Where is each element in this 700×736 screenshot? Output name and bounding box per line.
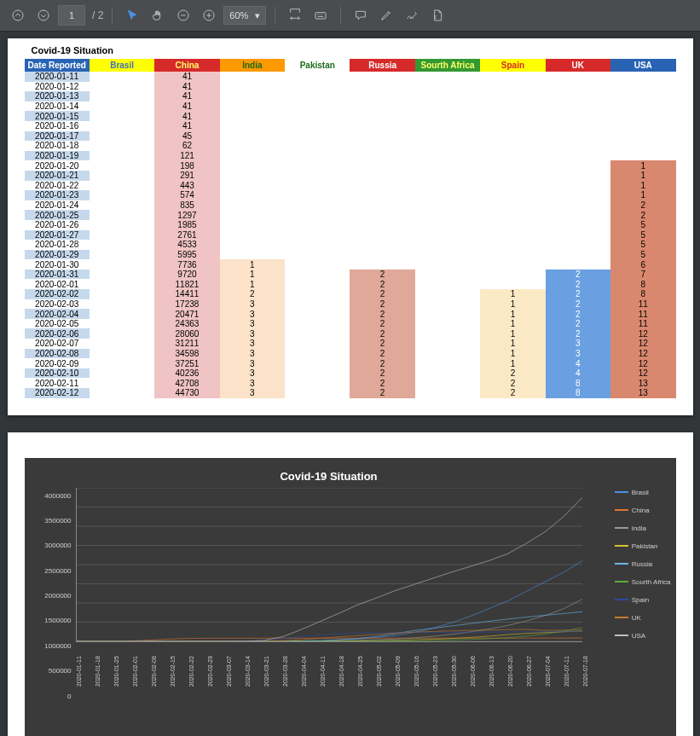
zoom-select[interactable]: 60%▾ bbox=[223, 6, 266, 25]
table-row: 2020-02-0834598321312 bbox=[25, 349, 676, 359]
col-china: China bbox=[154, 59, 219, 72]
data-table: Date ReportedBrasilChinaIndiaPakistanRus… bbox=[25, 59, 676, 398]
col-brasil: Brasil bbox=[90, 59, 154, 72]
document-viewer[interactable]: Covid-19 Situation Date ReportedBrasilCh… bbox=[0, 32, 700, 736]
table-row: 2020-01-2619855 bbox=[25, 220, 676, 230]
table-row: 2020-01-1241 bbox=[25, 82, 676, 92]
keyboard-button[interactable] bbox=[310, 4, 332, 26]
page-count: / 2 bbox=[92, 9, 103, 21]
table-row: 2020-01-2845335 bbox=[25, 240, 676, 250]
table-row: 2020-01-2512972 bbox=[25, 210, 676, 220]
legend: BrasilChinaIndiaPakistanRussiaSourth Afr… bbox=[615, 489, 671, 640]
col-sa: Sourth Africa bbox=[415, 59, 480, 72]
pdf-toolbar: / 2 60%▾ bbox=[0, 0, 700, 32]
chevron-down-icon: ▾ bbox=[255, 10, 260, 21]
table-row: 2020-01-1341 bbox=[25, 91, 676, 101]
table-row: 2020-02-1142708322813 bbox=[25, 378, 676, 388]
comment-button[interactable] bbox=[350, 4, 372, 26]
table-row: 2020-01-3197201227 bbox=[25, 269, 676, 280]
col-spain: Spain bbox=[480, 59, 545, 72]
page-up-button[interactable] bbox=[7, 4, 29, 26]
table-row: 2020-02-1040236322412 bbox=[25, 368, 676, 379]
table-row: 2020-02-01118211228 bbox=[25, 279, 676, 289]
table-row: 2020-01-1641 bbox=[25, 121, 676, 131]
table-row: 2020-01-1745 bbox=[25, 131, 676, 142]
col-russia: Russia bbox=[350, 59, 414, 72]
page-number-input[interactable] bbox=[58, 5, 85, 26]
svg-point-0 bbox=[13, 10, 23, 20]
hand-tool-button[interactable] bbox=[147, 4, 169, 26]
doc-title: Covid-19 Situation bbox=[32, 45, 676, 55]
table-row: 2020-01-248352 bbox=[25, 200, 676, 211]
table-row: 2020-01-1441 bbox=[25, 101, 676, 112]
table-row: 2020-02-0317238321211 bbox=[25, 299, 676, 310]
fit-width-button[interactable] bbox=[284, 4, 306, 26]
y-axis: 4000000350000030000002500000200000015000… bbox=[33, 492, 72, 700]
sign-button[interactable] bbox=[401, 4, 423, 26]
table-row: 2020-02-0937251321412 bbox=[25, 358, 676, 368]
plot-area bbox=[76, 488, 582, 642]
page-down-button[interactable] bbox=[32, 4, 55, 26]
table-row: 2020-02-0524363321211 bbox=[25, 319, 676, 329]
col-uk: UK bbox=[546, 59, 610, 72]
chart-title: Covid-19 Situation bbox=[76, 470, 582, 483]
select-tool-button[interactable] bbox=[121, 4, 143, 26]
more-tools-button[interactable] bbox=[426, 4, 448, 26]
table-row: 2020-01-1141 bbox=[25, 72, 676, 82]
table-row: 2020-02-021441122128 bbox=[25, 289, 676, 299]
table-row: 2020-01-212911 bbox=[25, 171, 676, 181]
page-1: Covid-19 Situation Date ReportedBrasilCh… bbox=[8, 38, 693, 415]
table-row: 2020-01-201981 bbox=[25, 160, 676, 171]
table-row: 2020-02-0628060321212 bbox=[25, 328, 676, 339]
page-2: Covid-19 Situation 400000035000003000000… bbox=[8, 432, 693, 736]
table-row: 2020-01-30773616 bbox=[25, 259, 676, 269]
svg-rect-4 bbox=[315, 13, 326, 19]
zoom-in-button[interactable] bbox=[198, 4, 220, 26]
col-usa: USA bbox=[610, 59, 675, 72]
table-row: 2020-02-1244730322813 bbox=[25, 388, 676, 398]
table-row: 2020-01-224431 bbox=[25, 181, 676, 191]
table-row: 2020-01-235741 bbox=[25, 190, 676, 200]
table-row: 2020-01-2959955 bbox=[25, 250, 676, 260]
table-row: 2020-01-2727615 bbox=[25, 230, 676, 241]
table-row: 2020-01-1541 bbox=[25, 111, 676, 121]
highlight-button[interactable] bbox=[375, 4, 397, 26]
table-row: 2020-01-1862 bbox=[25, 141, 676, 151]
x-axis: 2020-01-112020-01-182020-01-252020-02-01… bbox=[76, 658, 582, 736]
table-row: 2020-02-0420471321211 bbox=[25, 309, 676, 319]
col-date: Date Reported bbox=[25, 59, 90, 72]
col-india: India bbox=[220, 59, 285, 72]
chart: Covid-19 Situation 400000035000003000000… bbox=[25, 458, 676, 736]
col-pakistan: Pakistan bbox=[285, 59, 350, 72]
table-row: 2020-01-19121 bbox=[25, 151, 676, 161]
table-row: 2020-02-0731211321312 bbox=[25, 339, 676, 349]
zoom-out-button[interactable] bbox=[172, 4, 194, 26]
svg-point-1 bbox=[38, 10, 49, 20]
